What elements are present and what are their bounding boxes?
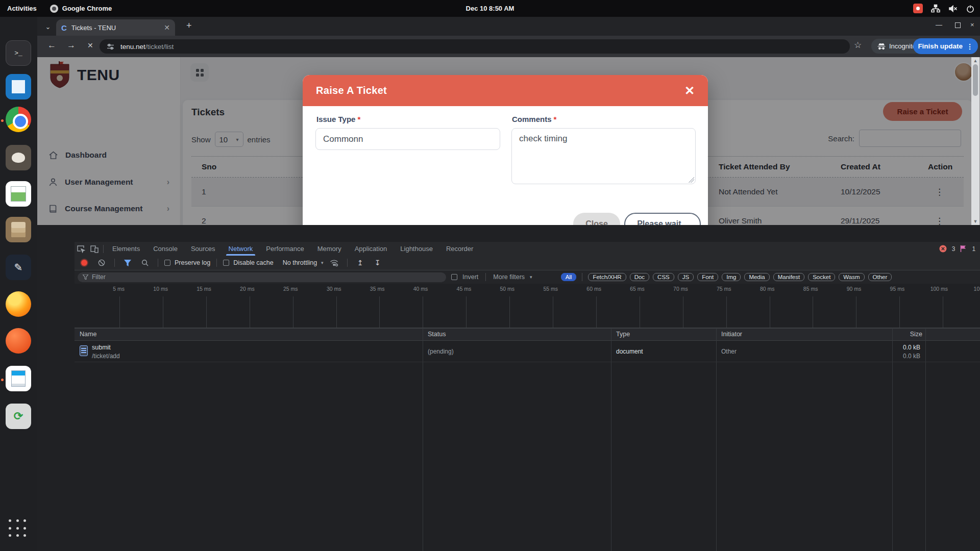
devtools-tab-application[interactable]: Application [348, 242, 394, 256]
comments-label: Comments* [512, 115, 556, 123]
dock-item-vscode-icon[interactable] [6, 74, 31, 99]
request-path: /ticket/add [92, 353, 120, 360]
more-filters-dropdown[interactable]: More filters [493, 273, 525, 281]
scroll-up-icon[interactable]: ▲ [971, 58, 979, 63]
modal-close-icon[interactable]: ✕ [684, 84, 695, 98]
address-bar[interactable]: tenu.net/ticket/list [100, 39, 850, 54]
ruler-gridline [813, 296, 813, 328]
invert-filter-checkbox[interactable] [451, 274, 457, 280]
dock-item-text-editor-icon[interactable]: ✎ [6, 255, 31, 280]
filter-chip-img[interactable]: Img [722, 273, 741, 281]
comments-textarea[interactable]: check timing [511, 128, 696, 184]
back-button[interactable]: ← [47, 40, 56, 51]
tab-close-icon[interactable]: ✕ [164, 23, 170, 32]
textarea-resize-grip[interactable] [689, 177, 694, 183]
browser-menu-kebab-icon[interactable]: ⋮ [966, 42, 973, 51]
screen-record-indicator-icon[interactable] [913, 4, 923, 13]
request-name[interactable]: submit [92, 344, 111, 351]
finish-update-button[interactable]: Finish update ⋮ [913, 38, 978, 54]
modal-submit-button[interactable]: Please wait... [624, 213, 701, 225]
inspect-element-icon[interactable] [75, 242, 88, 256]
bookmark-star-icon[interactable]: ☆ [854, 40, 862, 51]
dock-item-libreoffice-calc-icon[interactable] [6, 181, 31, 207]
browser-tab[interactable]: C Tickets - TENU ✕ [56, 19, 175, 36]
url-text: tenu.net/ticket/list [120, 43, 174, 51]
site-settings-icon[interactable] [107, 43, 114, 51]
device-toolbar-icon[interactable] [88, 242, 101, 256]
filter-chip-css[interactable]: CSS [653, 273, 674, 281]
devtools-tab-network[interactable]: Network [222, 242, 260, 256]
record-network-log-icon[interactable] [78, 256, 91, 269]
export-har-icon[interactable]: ↧ [371, 256, 384, 269]
clear-network-log-icon[interactable] [95, 256, 108, 269]
issue-type-label: Issue Type* [316, 115, 360, 123]
search-network-icon[interactable] [138, 256, 152, 269]
dock-item-chrome-icon[interactable] [6, 107, 31, 132]
show-applications-button[interactable] [9, 519, 28, 539]
devtools-tab-lighthouse[interactable]: Lighthouse [394, 242, 439, 256]
devtools-tab-performance[interactable]: Performance [259, 242, 310, 256]
network-conditions-icon[interactable] [328, 256, 341, 269]
dock-item-files-icon[interactable] [6, 217, 31, 242]
filter-toggle-icon[interactable] [121, 256, 134, 269]
filter-chip-wasm[interactable]: Wasm [839, 273, 864, 281]
network-icon[interactable] [931, 4, 940, 13]
devtools-tab-recorder[interactable]: Recorder [439, 242, 480, 256]
ruler-gridline [726, 296, 727, 328]
throttling-select[interactable]: No throttling [283, 259, 317, 266]
scroll-down-icon[interactable]: ▼ [971, 219, 979, 224]
ruler-gridline [770, 296, 770, 328]
dock-item-ubuntu-software-icon[interactable] [6, 328, 31, 354]
window-restore-button[interactable] [955, 22, 961, 28]
volume-muted-icon[interactable] [948, 4, 958, 13]
page-scrollbar[interactable]: ▲ ▼ [971, 57, 979, 225]
ruler-gridline [856, 296, 856, 328]
col-size[interactable]: Size [892, 331, 922, 338]
issues-flag-icon[interactable] [960, 245, 967, 253]
devtools-tab-sources[interactable]: Sources [184, 242, 222, 256]
filter-chip-fetch-xhr[interactable]: Fetch/XHR [588, 273, 626, 281]
dock-item-firefox-icon[interactable] [6, 291, 31, 317]
window-close-button[interactable]: × [970, 21, 974, 29]
preserve-log-checkbox[interactable] [164, 260, 170, 266]
ruler-gridline [119, 296, 120, 328]
dock-item-terminal-icon[interactable]: >_ [6, 40, 31, 66]
filter-chip-font[interactable]: Font [697, 273, 718, 281]
ruler-tick-label: 95 ms [890, 286, 907, 292]
filter-chip-manifest[interactable]: Manifest [773, 273, 804, 281]
devtools-tab-elements[interactable]: Elements [106, 242, 146, 256]
import-har-icon[interactable]: ↥ [354, 256, 367, 269]
tab-search-button[interactable]: ⌄ [41, 20, 55, 33]
new-tab-button[interactable]: + [186, 20, 192, 31]
devtools-tab-memory[interactable]: Memory [311, 242, 348, 256]
dock-item-libreoffice-writer-icon[interactable] [6, 366, 31, 391]
col-type[interactable]: Type [616, 331, 630, 338]
issue-type-input[interactable]: Commonn [315, 128, 500, 150]
filter-chip-media[interactable]: Media [744, 273, 769, 281]
modal-close-button[interactable]: Close [573, 213, 620, 225]
scrollbar-thumb[interactable] [973, 64, 978, 96]
power-icon[interactable] [966, 4, 975, 13]
console-errors-icon[interactable] [939, 245, 947, 253]
col-name[interactable]: Name [80, 331, 96, 338]
col-status[interactable]: Status [428, 331, 446, 338]
network-request-row[interactable]: submit /ticket/add (pending) document Ot… [75, 341, 980, 362]
window-minimize-button[interactable]: — [936, 21, 942, 29]
disable-cache-checkbox[interactable] [223, 260, 229, 266]
col-time[interactable]: Time [925, 331, 980, 338]
stop-loading-button[interactable]: ✕ [87, 41, 93, 49]
clock-button[interactable]: Dec 10 8:50 AM [0, 0, 980, 17]
filter-chip-doc[interactable]: Doc [630, 273, 649, 281]
dock-item-software-updater-icon[interactable]: ⟳ [6, 404, 31, 429]
filter-chip-socket[interactable]: Socket [808, 273, 835, 281]
tab-strip: ⌄ C Tickets - TENU ✕ + — × [37, 17, 980, 36]
network-filter-input[interactable]: Filter [78, 272, 446, 282]
filter-chip-js[interactable]: JS [678, 273, 694, 281]
filter-chip-other[interactable]: Other [868, 273, 892, 281]
col-initiator[interactable]: Initiator [721, 331, 742, 338]
filter-chip-all[interactable]: All [561, 273, 577, 281]
forward-button[interactable]: → [67, 40, 76, 51]
ruler-gridline [379, 296, 380, 328]
dock-item-gimp-icon[interactable] [6, 145, 31, 170]
devtools-tab-console[interactable]: Console [146, 242, 184, 256]
